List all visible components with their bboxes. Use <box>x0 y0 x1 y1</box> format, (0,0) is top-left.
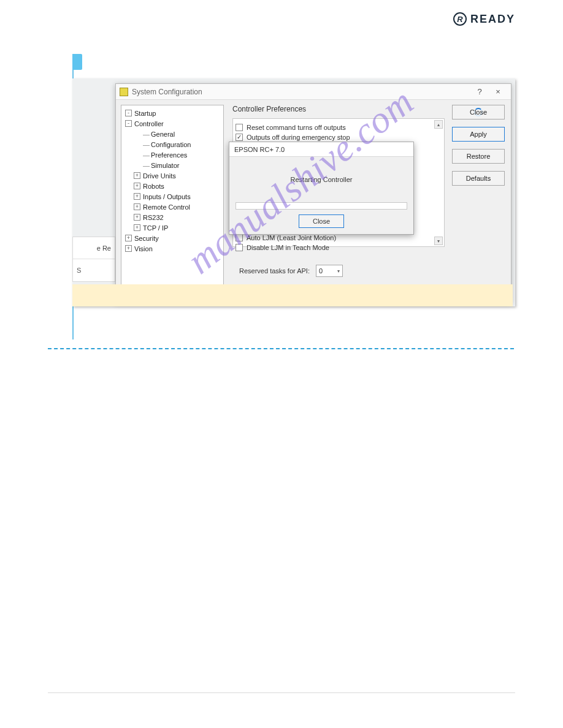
scroll-down-icon[interactable]: ▾ <box>434 237 443 245</box>
tree-node-label: TCP / IP <box>143 224 168 232</box>
tree-node[interactable]: -Controller <box>123 118 222 129</box>
tree-node[interactable]: +Robots <box>123 181 222 191</box>
tree-node-label: Security <box>134 235 159 242</box>
chevron-down-icon: ▾ <box>337 268 340 274</box>
window-title: System Configuration <box>132 88 470 96</box>
preference-row: Outputs off during emergency stop <box>236 132 442 142</box>
preference-row: Reset command turns off outputs <box>236 123 442 132</box>
tree-node-label: Controller <box>134 120 164 127</box>
tree-node[interactable]: —General <box>123 129 222 139</box>
app-icon <box>120 88 128 96</box>
defaults-button[interactable]: Defaults <box>452 171 505 186</box>
tree-node-label: Drive Units <box>143 172 176 180</box>
sliver-row-2: S <box>73 259 115 281</box>
tree-node[interactable]: +RS232 <box>123 212 222 222</box>
apply-button[interactable]: Apply <box>452 127 505 142</box>
panel-title: Controller Preferences <box>232 105 447 113</box>
checkbox[interactable] <box>236 134 243 141</box>
tree-node-label: Preferences <box>151 151 187 159</box>
modal-title: EPSON RC+ 7.0 <box>229 142 413 157</box>
tree-expander-icon[interactable]: + <box>125 245 132 252</box>
scroll-up-icon[interactable]: ▴ <box>434 120 443 129</box>
preference-row: Disable LJM in Teach Mode <box>236 243 442 252</box>
checkbox[interactable] <box>236 124 243 131</box>
tree-expander-icon[interactable]: - <box>125 110 132 116</box>
tree-node-label: General <box>151 131 175 138</box>
reserved-tasks-combo[interactable]: 0 ▾ <box>316 265 343 277</box>
reserved-tasks-label: Reserved tasks for API: <box>239 267 310 275</box>
restore-button[interactable]: Restore <box>452 149 505 164</box>
tree-expander-icon[interactable]: + <box>134 183 140 189</box>
tree-node[interactable]: —Configuration <box>123 139 222 150</box>
tree-node-label: Startup <box>134 110 156 117</box>
help-button[interactable]: ? <box>470 86 489 98</box>
tree-node[interactable]: —Simulator <box>123 160 222 170</box>
tree-node-label: RS232 <box>143 214 164 221</box>
tree-node[interactable]: +TCP / IP <box>123 222 222 233</box>
modal-progress-bar <box>236 202 407 210</box>
checkbox[interactable] <box>236 244 243 251</box>
modal-message: Restarting Controller <box>229 157 413 202</box>
tree-node[interactable]: +Remote Control <box>123 202 222 212</box>
tree-node[interactable]: +Inputs / Outputs <box>123 191 222 202</box>
note-highlight-strip <box>72 284 513 306</box>
preference-label: Outputs off during emergency stop <box>247 134 350 141</box>
tree-node[interactable]: +Vision <box>123 243 222 254</box>
tree-node-label: Simulator <box>151 162 179 169</box>
preference-label: Disable LJM in Teach Mode <box>247 244 329 251</box>
tree-expander-icon[interactable]: + <box>134 214 140 221</box>
reserved-tasks-row: Reserved tasks for API: 0 ▾ <box>239 265 343 277</box>
window-titlebar: System Configuration ? × <box>116 84 511 100</box>
tree-node-label: Configuration <box>151 141 191 148</box>
tree-node[interactable]: —Preferences <box>123 150 222 160</box>
tree-expander-icon[interactable]: + <box>125 235 132 241</box>
dialog-button-column: Close Apply Restore Defaults <box>450 100 511 302</box>
config-tree[interactable]: -Startup-Controller—General—Configuratio… <box>121 105 224 297</box>
doc-step-marker <box>72 54 82 70</box>
tree-expander-icon[interactable]: + <box>134 203 140 210</box>
window-close-button[interactable]: × <box>489 86 507 98</box>
tree-expander-icon[interactable]: - <box>125 120 132 127</box>
preference-label: Reset command turns off outputs <box>247 124 346 131</box>
tree-expander-icon[interactable]: + <box>134 172 140 179</box>
tree-node[interactable]: +Drive Units <box>123 170 222 181</box>
modal-close-button[interactable]: Close <box>299 214 344 228</box>
tree-node-label: Robots <box>143 183 164 190</box>
tree-expander-icon[interactable]: + <box>134 193 140 200</box>
page-footer-rule <box>48 692 515 693</box>
tree-node-label: Remote Control <box>143 203 190 211</box>
brand-logo-icon <box>453 12 467 26</box>
brand-header: READY <box>453 12 515 26</box>
tree-expander-icon[interactable]: + <box>134 224 140 231</box>
preference-label: Auto LJM (Least Joint Motion) <box>247 234 336 241</box>
sliver-row-1: e Re <box>73 237 115 259</box>
brand-name: READY <box>470 13 515 26</box>
tree-node[interactable]: +Security <box>123 233 222 243</box>
dialog-close-button[interactable]: Close <box>452 105 505 119</box>
tree-node-label: Inputs / Outputs <box>143 193 191 200</box>
system-configuration-window: System Configuration ? × -Startup-Contro… <box>115 83 511 303</box>
checkbox[interactable] <box>236 234 243 241</box>
background-window-sliver: e Re S <box>72 237 115 282</box>
embedded-screenshot: e Re S System Configuration ? × -Startup… <box>72 78 515 306</box>
tree-node[interactable]: -Startup <box>123 108 222 118</box>
restarting-controller-dialog: EPSON RC+ 7.0 Restarting Controller Clos… <box>229 142 414 235</box>
tree-node-label: Vision <box>134 245 153 252</box>
